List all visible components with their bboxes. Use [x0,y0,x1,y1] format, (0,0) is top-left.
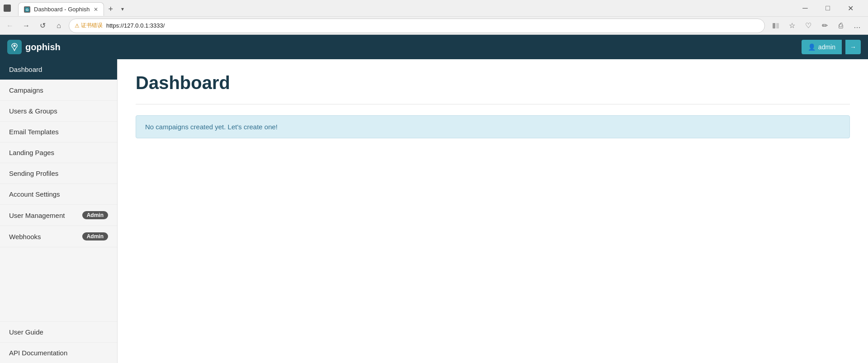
browser-chrome: G Dashboard - Gophish ✕ + ▾ ─ □ ✕ ← → ↺ … [0,0,868,35]
sidebar-item-label: Email Templates [9,128,59,136]
sidebar-item-user-guide[interactable]: User Guide [0,321,117,342]
logo-icon [7,40,22,54]
pen-button[interactable]: ✏ [817,19,832,33]
browser-icons-left [4,5,11,12]
sidebar-item-account-settings[interactable]: Account Settings [0,184,117,205]
logout-button[interactable]: → [845,40,861,54]
sidebar-toggle-button[interactable] [769,19,783,33]
bookmark-button[interactable]: ☆ [785,19,799,33]
svg-point-4 [14,45,16,47]
sidebar-footer-label: User Guide [9,328,43,336]
favorites-button[interactable]: ♡ [801,19,816,33]
new-tab-button[interactable]: + [105,2,117,16]
main-layout: Dashboard Campaigns Users & Groups Email… [0,59,868,363]
home-button[interactable]: ⌂ [52,19,65,32]
sidebar-item-label: Campaigns [9,86,43,94]
forward-button[interactable]: → [20,19,33,32]
sidebar-item-label: User Management [9,212,65,219]
sidebar: Dashboard Campaigns Users & Groups Email… [0,59,118,363]
svg-text:G: G [26,8,28,12]
logout-icon: → [850,43,856,51]
sidebar-item-user-management[interactable]: User Management Admin [0,205,117,226]
tab-icon [4,5,11,12]
top-nav-right: 👤 admin → [802,40,861,54]
sidebar-item-email-templates[interactable]: Email Templates [0,122,117,142]
address-bar[interactable]: ⚠ 证书错误 https://127.0.0.1:3333/ [69,19,765,33]
tab-close-button[interactable]: ✕ [94,6,98,13]
sidebar-item-label: Dashboard [9,66,42,73]
maximize-button[interactable]: □ [817,1,838,15]
tab-favicon: G [24,6,30,13]
sidebar-item-label: Webhooks [9,233,41,240]
sidebar-item-users-groups[interactable]: Users & Groups [0,101,117,122]
sidebar-spacer [0,247,117,321]
page-title: Dashboard [136,73,850,93]
admin-button[interactable]: 👤 admin [802,40,842,54]
window-controls: ─ □ ✕ [795,1,861,15]
address-bar-row: ← → ↺ ⌂ ⚠ 证书错误 https://127.0.0.1:3333/ ☆… [0,16,868,34]
sidebar-item-label: Landing Pages [9,149,54,156]
top-nav: gophish 👤 admin → [0,35,868,59]
title-divider [136,104,850,104]
sidebar-item-campaigns[interactable]: Campaigns [0,80,117,101]
app-container: gophish 👤 admin → Dashboard Campaigns Us… [0,35,868,363]
main-content: Dashboard No campaigns created yet. Let'… [118,59,868,363]
user-management-badge: Admin [82,211,108,219]
browser-title-bar: G Dashboard - Gophish ✕ + ▾ ─ □ ✕ [0,0,868,16]
sidebar-item-webhooks[interactable]: Webhooks Admin [0,226,117,247]
user-icon: 👤 [808,43,816,51]
svg-rect-2 [773,23,775,28]
empty-campaigns-banner: No campaigns created yet. Let's create o… [136,115,850,138]
browser-actions: ☆ ♡ ✏ ⎙ … [769,19,864,33]
logo-text: gophish [25,42,61,52]
more-button[interactable]: … [850,19,864,33]
cert-warning: ⚠ 证书错误 [75,22,103,29]
sidebar-item-dashboard[interactable]: Dashboard [0,59,117,80]
sidebar-item-sending-profiles[interactable]: Sending Profiles [0,163,117,184]
tab-title: Dashboard - Gophish [34,6,90,13]
back-button[interactable]: ← [4,19,16,32]
svg-rect-3 [776,23,779,28]
sidebar-item-api-docs[interactable]: API Documentation [0,342,117,363]
logo: gophish [7,40,61,54]
sidebar-item-landing-pages[interactable]: Landing Pages [0,142,117,163]
webhooks-badge: Admin [82,232,108,240]
address-url: https://127.0.0.1:3333/ [106,22,165,29]
close-button[interactable]: ✕ [840,1,861,15]
tab-bar: G Dashboard - Gophish ✕ + ▾ [14,0,791,16]
reload-button[interactable]: ↺ [36,19,49,32]
admin-label: admin [818,43,835,51]
cert-warning-text: 证书错误 [81,22,103,29]
sidebar-item-label: Account Settings [9,190,60,198]
active-tab[interactable]: G Dashboard - Gophish ✕ [18,2,104,16]
warning-icon: ⚠ [75,23,80,29]
sidebar-item-label: Users & Groups [9,107,57,115]
share-button[interactable]: ⎙ [834,19,848,33]
sidebar-item-label: Sending Profiles [9,170,58,177]
empty-campaigns-text: No campaigns created yet. Let's create o… [145,123,278,131]
sidebar-footer-label: API Documentation [9,349,67,357]
tab-dropdown-button[interactable]: ▾ [118,2,127,16]
minimize-button[interactable]: ─ [795,1,816,15]
